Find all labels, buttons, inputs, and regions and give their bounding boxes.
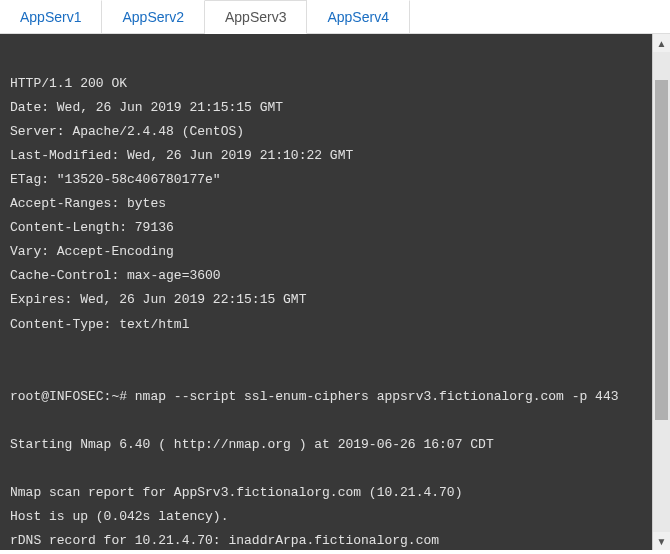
scroll-up-icon[interactable]: ▲ — [653, 34, 670, 52]
scrollbar[interactable]: ▲ ▼ — [652, 34, 670, 550]
scroll-track[interactable] — [653, 52, 670, 532]
tab-appserv3[interactable]: AppServ3 — [205, 0, 307, 34]
terminal-output[interactable]: HTTP/1.1 200 OK Date: Wed, 26 Jun 2019 2… — [0, 34, 652, 550]
scroll-thumb[interactable] — [655, 80, 668, 420]
tab-appserv2[interactable]: AppServ2 — [102, 0, 204, 33]
scroll-down-icon[interactable]: ▼ — [653, 532, 670, 550]
tab-bar: AppServ1 AppServ2 AppServ3 AppServ4 — [0, 0, 670, 34]
tab-appserv1[interactable]: AppServ1 — [0, 0, 102, 33]
tab-appserv4[interactable]: AppServ4 — [307, 0, 409, 33]
terminal-container: HTTP/1.1 200 OK Date: Wed, 26 Jun 2019 2… — [0, 34, 670, 550]
